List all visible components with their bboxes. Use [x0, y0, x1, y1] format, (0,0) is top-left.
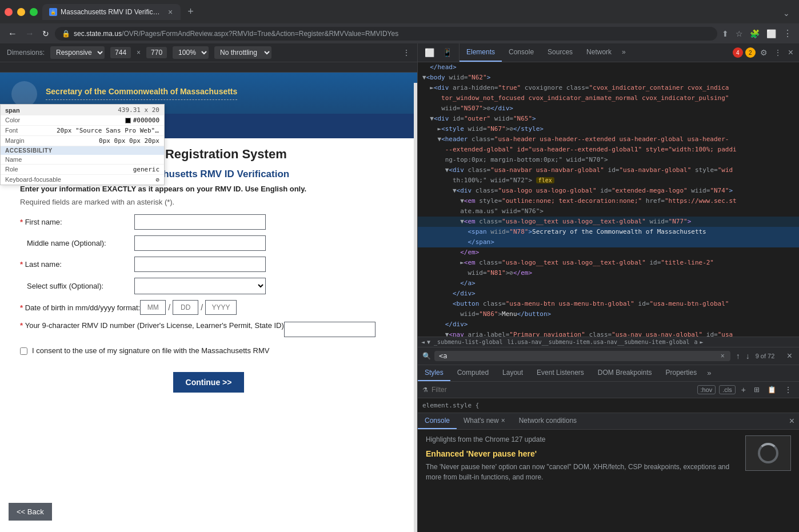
dob-mm-input[interactable] [140, 300, 166, 315]
style-tab-layout[interactable]: Layout [496, 365, 530, 381]
html-line-span-close[interactable]: </span> [418, 237, 799, 247]
html-line-navbar[interactable]: ▼<div class="usa-navbar usa-navbar-globa… [418, 165, 799, 175]
search-prev-button[interactable]: ↑ [734, 350, 742, 362]
dob-yyyy-input[interactable] [205, 300, 237, 315]
html-search-input[interactable] [439, 352, 717, 360]
back-button[interactable]: << Back [9, 503, 52, 521]
tab-menu-button[interactable]: ⌄ [778, 6, 794, 20]
rmv-id-input[interactable] [284, 322, 375, 337]
lock-icon: 🔒 [62, 30, 70, 38]
html-line-head-close[interactable]: </head> [418, 62, 799, 73]
html-line-body[interactable]: ▼<body wiid="N62"> [418, 73, 799, 83]
middle-name-input[interactable] [134, 235, 266, 251]
style-tab-styles[interactable]: Styles [418, 365, 450, 381]
window-minimize-button[interactable] [17, 8, 25, 16]
html-line-div-close2[interactable]: </div> [418, 319, 799, 330]
profile-button[interactable]: ⬜ [764, 26, 778, 41]
style-layout-button[interactable]: ⊞ [752, 385, 762, 395]
html-line-header2[interactable]: --extended-global" id="usa-header--exten… [418, 145, 799, 155]
html-line-cvox2[interactable]: tor_window_not_focused cvox_indicator_an… [418, 93, 799, 103]
html-line-menu-btn[interactable]: <button class="usa-menu-btn usa-menu-btn… [418, 299, 799, 309]
html-line-header[interactable]: ▼<header class="usa-header usa-header--e… [418, 134, 799, 145]
consent-checkbox[interactable] [20, 347, 27, 355]
style-tab-event-listeners[interactable]: Event Listeners [530, 365, 591, 381]
style-copy-button[interactable]: 📋 [765, 385, 778, 395]
share-button[interactable]: ⬆ [720, 26, 731, 41]
throttling-selector[interactable]: No throttling [214, 46, 271, 59]
first-name-input[interactable] [134, 214, 266, 230]
html-line-header3[interactable]: ng-top:0px; margin-bottom:0px;" wiid="N7… [418, 155, 799, 165]
style-tab-more[interactable]: » [704, 365, 714, 381]
address-url: sec.state.ma.us/OVR/Pages/FormAndReview.… [74, 30, 398, 38]
new-tab-button[interactable]: + [183, 3, 198, 20]
html-line-em1[interactable]: ▼<em style="outline:none; text-decoratio… [418, 196, 799, 206]
console-header: Highlights from the Chrome 127 update [426, 435, 738, 443]
tab-more[interactable]: » [618, 43, 629, 62]
html-line-menu-btn2[interactable]: wiid="N86">Menu</button> [418, 309, 799, 319]
bottom-tab-network-conditions[interactable]: Network conditions [512, 413, 584, 429]
tab-network[interactable]: Network [580, 43, 618, 62]
html-line-logo[interactable]: ▼<div class="usa-logo usa-logo-global" i… [418, 186, 799, 196]
last-name-input[interactable] [134, 257, 266, 272]
extensions-button[interactable]: 🧩 [748, 26, 762, 41]
html-line-span-selected[interactable]: <span wiid="N78">Secretary of the Common… [418, 227, 799, 237]
continue-button[interactable]: Continue >> [173, 372, 245, 393]
inspect-element-button[interactable]: ⬜ [421, 46, 438, 59]
tab-console[interactable]: Console [502, 43, 541, 62]
devtools-dock-button[interactable]: ⋮ [772, 46, 784, 59]
forward-nav-button[interactable]: → [22, 26, 38, 41]
html-line-nav[interactable]: ▼<nav aria-label="Primary navigation" cl… [418, 330, 799, 337]
last-name-label: * Last name: [20, 260, 134, 269]
search-close-button[interactable]: × [785, 350, 794, 362]
html-tree-scrollbar[interactable]: ◄ ▼ _submenu-list-global li.usa-nav__sub… [418, 337, 799, 347]
cls-filter-button[interactable]: .cls [719, 385, 736, 394]
bottom-panel-close-button[interactable]: × [785, 414, 799, 429]
window-close-button[interactable] [5, 8, 13, 16]
address-bar[interactable]: 🔒 sec.state.ma.us/OVR/Pages/FormAndRevie… [55, 27, 717, 41]
rmv-id-field: * Your 9-character RMV ID number (Driver… [20, 321, 397, 337]
active-tab[interactable]: 🔒 Massachusetts RMV ID Verification × [42, 4, 181, 20]
html-line-cvox3[interactable]: wiid="N507">⊘</div> [418, 103, 799, 114]
reload-button[interactable]: ↻ [39, 26, 53, 41]
add-style-button[interactable]: + [739, 384, 748, 395]
bottom-tab-whatsnew[interactable]: What's new × [457, 413, 512, 429]
devtools-settings-button[interactable]: ⚙ [758, 46, 770, 59]
html-line-em3b[interactable]: wiid="N81">⊘</em> [418, 268, 799, 278]
devtools-panel: ⬜ 📱 Elements Console Sources Network » 4… [417, 43, 799, 532]
hov-filter-button[interactable]: :hov [697, 385, 716, 394]
menu-button[interactable]: ⋮ [781, 26, 794, 41]
html-line-div-cvox[interactable]: ►<div aria-hidden="true" cvoxignore clas… [418, 83, 799, 93]
zoom-selector[interactable]: 100% [173, 46, 209, 59]
search-next-button[interactable]: ↓ [744, 350, 752, 362]
device-toggle-button[interactable]: 📱 [439, 46, 456, 59]
webpage-scrollbar[interactable] [414, 83, 417, 532]
bottom-tab-console[interactable]: Console [418, 413, 457, 429]
html-line-div-close1[interactable]: </div> [418, 289, 799, 299]
window-maximize-button[interactable] [30, 8, 38, 16]
style-tab-computed[interactable]: Computed [450, 365, 496, 381]
html-line-style[interactable]: ►<style wiid="N67">⊘</style> [418, 124, 799, 134]
html-line-a-close[interactable]: </a> [418, 278, 799, 289]
html-line-outer[interactable]: ▼<div id="outer" wiid="N65"> [418, 114, 799, 124]
style-tab-dom-breakpoints[interactable]: DOM Breakpoints [591, 365, 659, 381]
bookmark-button[interactable]: ☆ [733, 26, 745, 41]
devtools-close-button[interactable]: × [786, 45, 796, 60]
styles-filter-input[interactable] [432, 386, 694, 394]
tab-close-button[interactable]: × [167, 7, 174, 17]
html-line-em2[interactable]: ▼<em class="usa-logo__text usa-logo__tex… [418, 217, 799, 227]
html-line-navbar2[interactable]: th:100%;" wiid="N72"> flex [418, 175, 799, 186]
dob-dd-input[interactable] [173, 300, 198, 315]
back-nav-button[interactable]: ← [5, 26, 21, 41]
device-selector[interactable]: Responsive [50, 46, 105, 59]
html-line-em1b[interactable]: ate.ma.us" wiid="N76"> [418, 206, 799, 217]
whatsnew-close-button[interactable]: × [501, 417, 505, 425]
html-line-em-close[interactable]: </em> [418, 247, 799, 258]
search-clear-button[interactable]: × [720, 352, 726, 360]
html-line-em3[interactable]: ►<em class="usa-logo__text usa-logo__tex… [418, 258, 799, 268]
tab-sources[interactable]: Sources [541, 43, 580, 62]
more-options-button[interactable]: ⋮ [402, 48, 410, 57]
style-more-button[interactable]: ⋮ [782, 384, 794, 395]
style-tab-properties[interactable]: Properties [659, 365, 704, 381]
suffix-select[interactable] [134, 278, 266, 294]
tab-elements[interactable]: Elements [460, 43, 502, 62]
